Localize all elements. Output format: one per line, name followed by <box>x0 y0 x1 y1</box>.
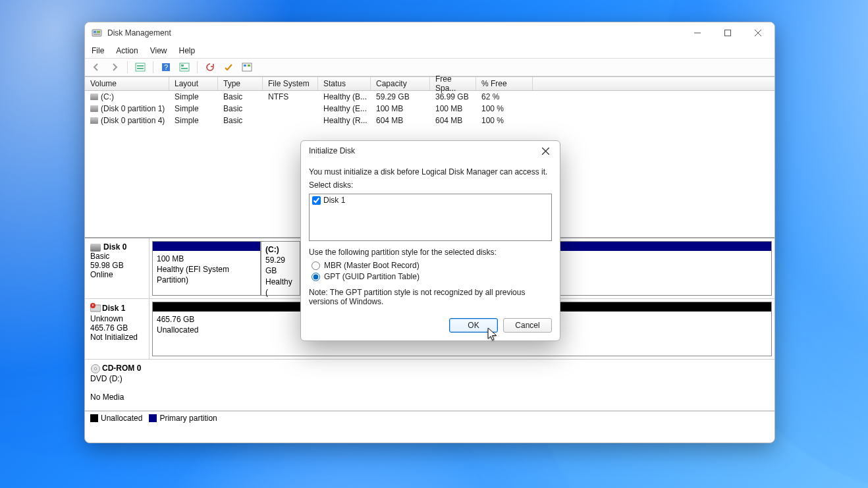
dialog-intro: You must initialize a disk before Logica… <box>309 167 552 176</box>
svg-rect-11 <box>181 65 184 67</box>
svg-rect-2 <box>97 31 100 33</box>
app-icon <box>92 28 102 38</box>
svg-rect-7 <box>137 68 144 69</box>
svg-rect-15 <box>248 65 250 67</box>
volume-row[interactable]: (C:)SimpleBasicNTFSHealthy (B...59.29 GB… <box>85 91 774 103</box>
col-type[interactable]: Type <box>218 77 263 90</box>
ok-button[interactable]: OK <box>449 318 498 333</box>
disk0-partition[interactable]: 100 MBHealthy (EFI System Partition) <box>152 241 261 296</box>
disk-select-list[interactable]: Disk 1 <box>309 194 552 241</box>
disk1-label: Disk 1 Unknown 465.76 GB Not Initialized <box>85 299 149 359</box>
svg-rect-1 <box>94 31 96 33</box>
svg-rect-5 <box>136 63 145 71</box>
svg-rect-10 <box>180 63 189 71</box>
dialog-title: Initialize Disk <box>309 146 533 155</box>
mbr-radio[interactable] <box>312 261 320 270</box>
svg-rect-4 <box>725 30 731 36</box>
cdrom-block[interactable]: CD-ROM 0 DVD (D:) No Media <box>85 360 774 411</box>
gpt-radio-row[interactable]: GPT (GUID Partition Table) <box>312 272 552 281</box>
properties-button[interactable] <box>177 60 192 74</box>
show-hide-tree-button[interactable] <box>133 60 148 74</box>
dialog-titlebar[interactable]: Initialize Disk <box>301 141 560 161</box>
initialize-disk-dialog: Initialize Disk You must initialize a di… <box>300 140 560 341</box>
legend: Unallocated Primary partition <box>85 411 774 424</box>
nav-back-button[interactable] <box>89 60 103 74</box>
disk-icon <box>90 244 101 252</box>
menu-view[interactable]: View <box>149 45 169 57</box>
volume-icon <box>90 105 98 112</box>
svg-rect-13 <box>242 63 252 71</box>
col-capacity[interactable]: Capacity <box>371 77 430 90</box>
menu-help[interactable]: Help <box>178 45 197 57</box>
svg-rect-6 <box>137 65 144 67</box>
svg-rect-3 <box>94 34 100 35</box>
svg-rect-14 <box>244 65 246 67</box>
cdrom-icon <box>90 364 102 373</box>
action-button[interactable] <box>221 60 236 74</box>
menu-file[interactable]: File <box>90 45 105 57</box>
help-button[interactable]: ? <box>159 60 173 74</box>
col-volume[interactable]: Volume <box>85 77 169 90</box>
nav-forward-button[interactable] <box>107 60 122 74</box>
volume-icon <box>90 94 98 100</box>
dialog-close-button[interactable] <box>533 142 557 160</box>
col-layout[interactable]: Layout <box>169 77 218 90</box>
cdrom-label: CD-ROM 0 DVD (D:) No Media <box>85 360 149 410</box>
disk0-partition[interactable]: (C:)59.29 GBHealthy ( <box>261 241 300 296</box>
uninit-icon <box>90 303 101 314</box>
col-filesystem[interactable]: File System <box>263 77 318 90</box>
menu-action[interactable]: Action <box>115 45 139 57</box>
disk1-checkbox[interactable] <box>312 196 321 205</box>
maximize-button[interactable] <box>713 22 743 43</box>
svg-point-19 <box>94 367 97 370</box>
mbr-radio-row[interactable]: MBR (Master Boot Record) <box>312 261 552 270</box>
volume-row[interactable]: (Disk 0 partition 4)SimpleBasicHealthy (… <box>85 115 774 126</box>
disk0-label: Disk 0 Basic 59.98 GB Online <box>85 238 149 298</box>
select-disks-label: Select disks: <box>309 180 552 190</box>
gpt-note: Note: The GPT partition style is not rec… <box>309 288 552 306</box>
close-button[interactable] <box>743 22 773 43</box>
minimize-button[interactable] <box>682 22 713 43</box>
toolbar: ? <box>85 58 774 76</box>
menubar: File Action View Help <box>85 43 774 58</box>
volume-icon <box>90 117 98 124</box>
titlebar[interactable]: Disk Management <box>85 22 774 43</box>
partition-style-label: Use the following partition style for th… <box>309 248 552 257</box>
volume-list-header[interactable]: Volume Layout Type File System Status Ca… <box>85 77 774 91</box>
volume-row[interactable]: (Disk 0 partition 1)SimpleBasicHealthy (… <box>85 103 774 115</box>
svg-text:?: ? <box>164 63 168 71</box>
gpt-radio[interactable] <box>312 273 320 281</box>
col-free[interactable]: Free Spa... <box>430 77 476 90</box>
svg-rect-12 <box>181 68 188 69</box>
window-title: Disk Management <box>107 28 682 38</box>
settings-button[interactable] <box>240 60 254 74</box>
col-status[interactable]: Status <box>318 77 371 90</box>
disk-checkbox-item[interactable]: Disk 1 <box>312 196 549 205</box>
cancel-button[interactable]: Cancel <box>503 318 552 333</box>
refresh-button[interactable] <box>203 60 217 74</box>
col-pctfree[interactable]: % Free <box>476 77 533 90</box>
